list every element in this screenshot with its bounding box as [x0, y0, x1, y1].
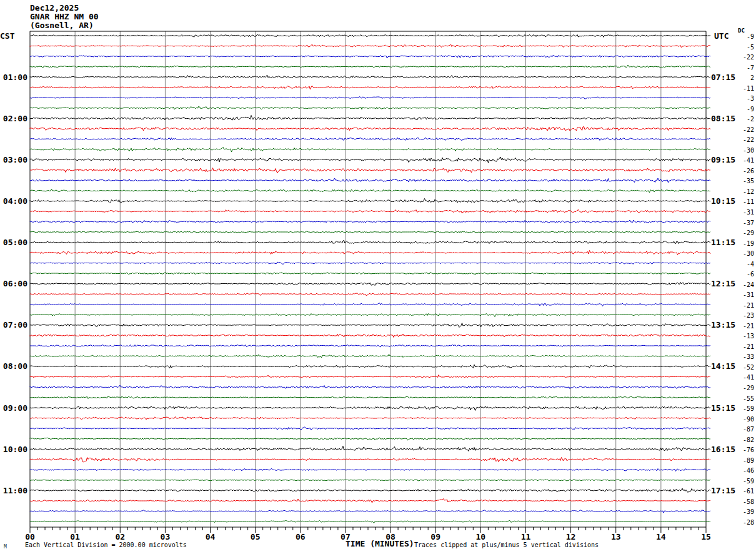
trace-row-32: [30, 365, 710, 368]
trace-row-29: [30, 334, 710, 338]
trace-row-4: [30, 75, 710, 78]
trace-row-45: [30, 499, 710, 503]
x-axis-title: TIME (MINUTES): [346, 539, 414, 548]
trace-row-14: [30, 178, 710, 183]
dc-value: -41: [724, 157, 754, 164]
dc-value: -59: [724, 405, 754, 412]
dc-value: -22: [724, 126, 754, 133]
dc-value: -6: [724, 271, 754, 278]
watermark: M: [4, 544, 7, 550]
cst-hour-label: 06:00: [0, 279, 27, 288]
clip-note: Traces clipped at plus/minus 5 vertical …: [414, 541, 599, 548]
trace-row-27: [30, 314, 710, 317]
cst-hour-label: 07:00: [0, 320, 27, 330]
trace-row-28: [30, 323, 710, 328]
helicorder-page: Dec12,2025 GNAR HHZ NM 00 (Gosnell, AR) …: [0, 0, 756, 554]
cst-hour-label: 01:00: [0, 73, 27, 82]
trace-row-43: [30, 480, 710, 481]
dc-value: -28: [724, 519, 754, 526]
trace-row-8: [30, 116, 710, 121]
trace-row-2: [30, 56, 710, 59]
dc-value: -29: [724, 229, 754, 236]
trace-row-31: [30, 355, 710, 358]
dc-value: -23: [724, 312, 754, 319]
trace-row-37: [30, 417, 710, 420]
trace-row-13: [30, 168, 710, 173]
dc-value: -3: [724, 95, 754, 102]
dc-value: -4: [724, 261, 754, 268]
trace-row-1: [30, 44, 710, 48]
dc-value: -11: [724, 85, 754, 92]
trace-row-36: [30, 406, 710, 411]
dc-value: -31: [724, 291, 754, 298]
trace-row-47: [30, 521, 710, 523]
minute-label: 09: [426, 532, 445, 541]
cst-hour-label: 08:00: [0, 361, 27, 371]
minute-label: 05: [246, 532, 265, 541]
trace-row-12: [30, 157, 710, 163]
cst-hour-label: 02:00: [0, 114, 27, 123]
trace-row-44: [30, 488, 710, 493]
dc-value: -31: [724, 209, 754, 216]
scale-note: Each Vertical Division = 2000.00 microvo…: [25, 541, 187, 548]
dc-value: -2: [724, 116, 754, 123]
trace-row-10: [30, 138, 710, 141]
cst-hour-label: 09:00: [0, 403, 27, 413]
dc-value: -76: [724, 446, 754, 453]
minute-label: 01: [66, 532, 84, 541]
trace-row-11: [30, 148, 710, 153]
trace-row-9: [30, 127, 710, 131]
dc-value: -46: [724, 467, 754, 474]
minute-label: 15: [697, 532, 715, 541]
trace-row-39: [30, 438, 710, 440]
dc-value: -82: [724, 436, 754, 443]
cst-hour-label: 05:00: [0, 238, 27, 247]
trace-row-15: [30, 189, 710, 193]
cst-hour-label: 04:00: [0, 196, 27, 206]
trace-row-18: [30, 220, 710, 223]
dc-value: -30: [724, 250, 754, 257]
minute-label: 14: [652, 532, 670, 541]
dc-value: -89: [724, 457, 754, 464]
seismogram-plot: [0, 0, 756, 554]
trace-row-38: [30, 427, 710, 430]
trace-row-26: [30, 303, 710, 306]
dc-value: -52: [724, 364, 754, 371]
trace-row-23: [30, 273, 710, 275]
trace-row-19: [30, 231, 710, 233]
dc-value: -9: [724, 106, 754, 113]
trace-row-42: [30, 469, 710, 471]
dc-value: -35: [724, 178, 754, 184]
trace-row-40: [30, 446, 710, 451]
dc-value: -58: [724, 498, 754, 505]
minute-label: 02: [111, 532, 129, 541]
dc-value: -87: [724, 426, 754, 433]
trace-row-3: [30, 65, 710, 68]
dc-value: -41: [724, 374, 754, 381]
trace-row-5: [30, 86, 710, 89]
dc-value: -37: [724, 219, 754, 226]
trace-row-24: [30, 283, 710, 286]
minute-label: 06: [291, 532, 310, 541]
dc-value: -33: [724, 353, 754, 360]
trace-row-34: [30, 385, 710, 389]
dc-value: -9: [724, 33, 754, 40]
dc-value: -59: [724, 478, 754, 485]
dc-value: -22: [724, 136, 754, 143]
minute-label: 13: [607, 532, 625, 541]
minute-label: 04: [201, 532, 220, 541]
trace-row-7: [30, 106, 710, 109]
trace-row-17: [30, 209, 710, 213]
minute-label: 11: [516, 532, 535, 541]
dc-value: -29: [724, 385, 754, 391]
dc-value: -12: [724, 188, 754, 195]
trace-row-33: [30, 375, 710, 378]
dc-value: -39: [724, 508, 754, 515]
dc-value: -21: [724, 302, 754, 309]
trace-row-35: [30, 396, 710, 399]
dc-value: -30: [724, 147, 754, 154]
trace-row-41: [30, 458, 710, 463]
trace-row-30: [30, 345, 710, 347]
trace-row-21: [30, 251, 710, 255]
dc-value: -26: [724, 168, 754, 174]
